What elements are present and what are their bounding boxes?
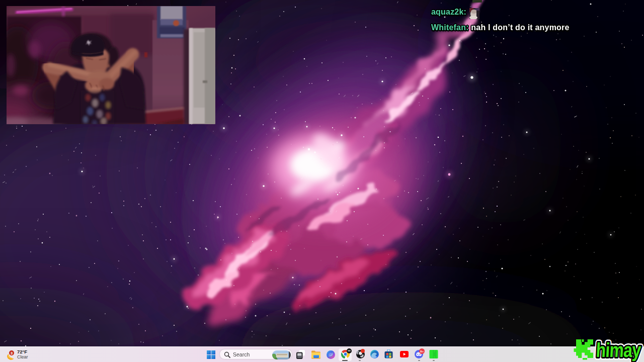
svg-text:3: 3 — [11, 351, 13, 355]
svg-text:himay: himay — [596, 338, 642, 361]
svg-text:9+: 9+ — [420, 350, 424, 353]
